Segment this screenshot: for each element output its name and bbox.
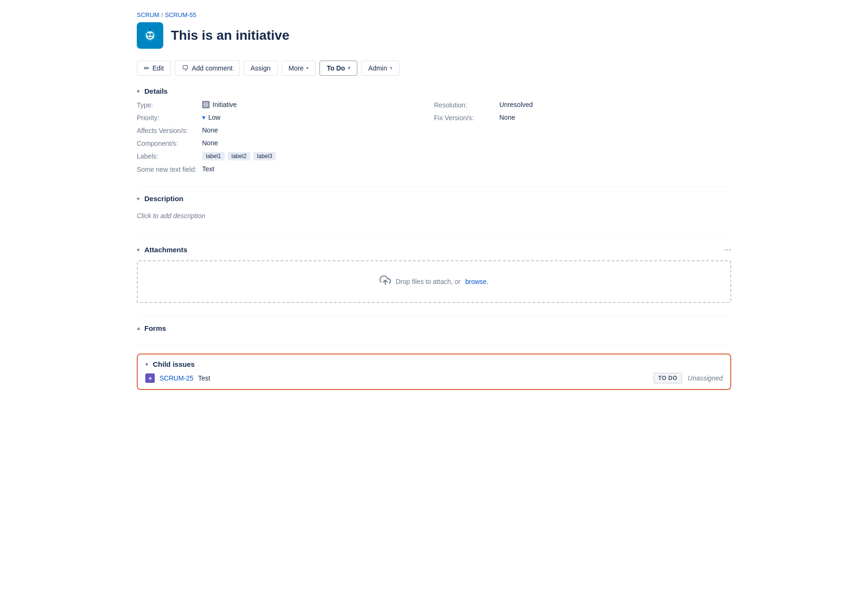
affects-version-value: None xyxy=(202,126,218,134)
svg-point-9 xyxy=(205,104,207,106)
more-button[interactable]: More ▾ xyxy=(282,61,316,76)
comment-icon: 🗨 xyxy=(182,64,189,72)
label-badge-1[interactable]: label1 xyxy=(202,152,225,160)
more-label: More xyxy=(289,64,304,72)
breadcrumb-project-link[interactable]: SCRUM xyxy=(137,11,159,18)
details-section-header[interactable]: ▾ Details xyxy=(137,87,731,95)
labels-value: label1 label2 label3 xyxy=(202,152,276,160)
attachments-section: ▾ Attachments ··· Drop files to attach, … xyxy=(137,245,731,303)
forms-section: ▸ Forms xyxy=(137,324,731,332)
attachments-more-icon[interactable]: ··· xyxy=(724,245,731,255)
todo-button[interactable]: To Do ▾ xyxy=(319,61,357,76)
description-placeholder[interactable]: Click to add description xyxy=(137,208,731,223)
initiative-type-icon xyxy=(202,101,210,108)
assign-button[interactable]: Assign xyxy=(244,61,278,76)
detail-resolution-row: Resolution: Unresolved xyxy=(434,101,731,109)
details-grid: Type: Initiative Priority: ▾ Low xyxy=(137,101,731,173)
attachments-section-title: Attachments xyxy=(144,246,187,254)
attachments-drop-zone[interactable]: Drop files to attach, or browse. xyxy=(137,260,731,303)
forms-section-header[interactable]: ▸ Forms xyxy=(137,324,731,332)
pencil-icon: ✏ xyxy=(144,64,150,72)
more-chevron-icon: ▾ xyxy=(306,65,309,71)
drop-text: Drop files to attach, or xyxy=(396,278,461,285)
child-issue-status-badge[interactable]: TO DO xyxy=(654,373,682,383)
resolution-value: Unresolved xyxy=(499,101,533,108)
todo-label: To Do xyxy=(327,64,345,72)
child-issues-section: ▾ Child issues SCRUM-25 Test TO DO Unass… xyxy=(137,354,731,390)
child-issue-summary: Test xyxy=(198,374,211,382)
project-avatar xyxy=(137,22,163,49)
breadcrumb-issue-link[interactable]: SCRUM-55 xyxy=(165,11,196,18)
admin-label: Admin xyxy=(368,64,387,72)
fix-version-label: Fix Version/s: xyxy=(434,114,496,122)
detail-custom-field-row: Some new text field: Text xyxy=(137,165,434,173)
issue-header: This is an initiative xyxy=(137,22,731,49)
priority-label: Priority: xyxy=(137,114,198,122)
breadcrumb-separator: / xyxy=(161,11,163,18)
todo-chevron-icon: ▾ xyxy=(348,65,350,71)
label-badge-2[interactable]: label2 xyxy=(228,152,250,160)
toolbar: ✏ Edit 🗨 Add comment Assign More ▾ To Do… xyxy=(137,60,731,76)
details-toggle-icon: ▾ xyxy=(137,88,140,95)
child-issue-key[interactable]: SCRUM-25 xyxy=(159,374,194,382)
add-comment-button[interactable]: 🗨 Add comment xyxy=(175,60,239,76)
assign-label: Assign xyxy=(251,64,271,72)
components-value: None xyxy=(202,139,218,147)
child-issue-right: TO DO Unassigned xyxy=(654,373,723,383)
priority-icon: ▾ xyxy=(202,114,205,121)
resolution-label: Resolution: xyxy=(434,101,496,109)
child-issues-section-title: Child issues xyxy=(153,360,195,368)
description-toggle-icon: ▾ xyxy=(137,195,140,202)
admin-button[interactable]: Admin ▾ xyxy=(361,61,399,76)
breadcrumb: SCRUM / SCRUM-55 xyxy=(137,11,731,18)
description-section-header[interactable]: ▾ Description xyxy=(137,195,731,203)
detail-type-row: Type: Initiative xyxy=(137,101,434,109)
components-label: Component/s: xyxy=(137,139,198,147)
attachments-section-header[interactable]: ▾ Attachments ··· xyxy=(137,245,731,255)
labels-list: label1 label2 label3 xyxy=(202,152,276,160)
edit-button[interactable]: ✏ Edit xyxy=(137,61,171,76)
browse-link[interactable]: browse. xyxy=(465,278,488,285)
child-issues-section-header[interactable]: ▾ Child issues xyxy=(145,360,723,368)
forms-toggle-icon: ▸ xyxy=(135,327,142,330)
svg-point-4 xyxy=(148,34,149,35)
priority-value: ▾ Low xyxy=(202,114,221,121)
page-title: This is an initiative xyxy=(171,28,290,43)
fix-version-value: None xyxy=(499,114,515,121)
svg-point-5 xyxy=(151,34,152,35)
child-issue-type-icon xyxy=(145,373,155,383)
label-badge-3[interactable]: label3 xyxy=(253,152,276,160)
details-section: ▾ Details Type: Initiative Pr xyxy=(137,87,731,173)
child-issue-assignee: Unassigned xyxy=(688,374,723,382)
custom-field-label: Some new text field: xyxy=(137,165,198,173)
attachments-toggle-icon: ▾ xyxy=(137,247,140,253)
detail-affects-version-row: Affects Version/s: None xyxy=(137,126,434,134)
detail-priority-row: Priority: ▾ Low xyxy=(137,114,434,122)
detail-fix-version-row: Fix Version/s: None xyxy=(434,114,731,122)
type-value: Initiative xyxy=(202,101,237,108)
details-section-title: Details xyxy=(144,87,168,95)
detail-components-row: Component/s: None xyxy=(137,139,434,147)
detail-labels-row: Labels: label1 label2 label3 xyxy=(137,152,434,160)
forms-section-title: Forms xyxy=(144,324,166,332)
upload-icon xyxy=(380,274,391,289)
description-section-title: Description xyxy=(144,195,184,203)
child-issue-row: SCRUM-25 Test TO DO Unassigned xyxy=(145,373,723,383)
details-left-col: Type: Initiative Priority: ▾ Low xyxy=(137,101,434,173)
svg-point-7 xyxy=(150,28,151,30)
affects-version-label: Affects Version/s: xyxy=(137,126,198,134)
description-section: ▾ Description Click to add description xyxy=(137,195,731,223)
add-comment-label: Add comment xyxy=(192,64,232,72)
custom-field-value: Text xyxy=(202,165,214,173)
details-right-col: Resolution: Unresolved Fix Version/s: No… xyxy=(434,101,731,173)
edit-label: Edit xyxy=(152,64,164,72)
child-issues-toggle-icon: ▾ xyxy=(145,361,148,368)
type-label: Type: xyxy=(137,101,198,109)
admin-chevron-icon: ▾ xyxy=(390,65,392,71)
labels-label: Labels: xyxy=(137,152,198,160)
